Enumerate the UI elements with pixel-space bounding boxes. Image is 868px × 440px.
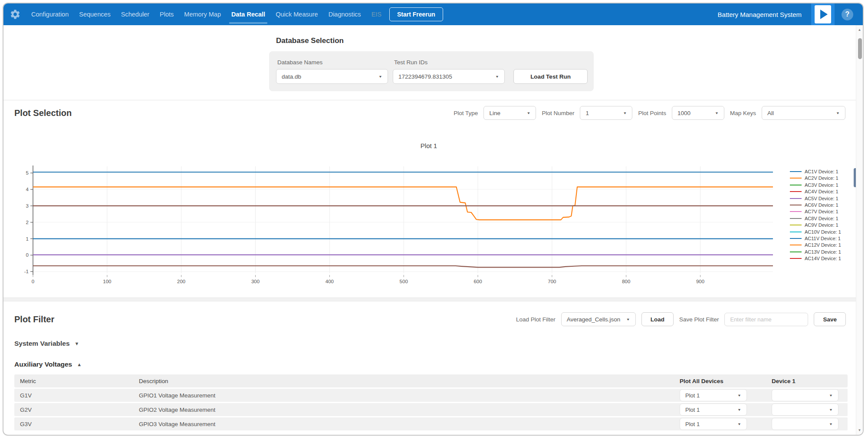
svg-text:4: 4 <box>26 187 29 192</box>
col-metric: Metric <box>14 378 139 384</box>
table-header-row: Metric Description Plot All Devices Devi… <box>14 374 848 387</box>
legend-swatch <box>790 225 802 225</box>
plot-points-label: Plot Points <box>638 110 666 116</box>
legend-item[interactable]: AC6V Device: 1 <box>790 202 841 208</box>
database-selection-title: Database Selection <box>276 36 863 45</box>
legend-item[interactable]: AC10V Device: 1 <box>790 229 841 235</box>
svg-text:200: 200 <box>177 279 185 284</box>
col-device-1: Device 1 <box>772 378 848 384</box>
load-plot-filter-dropdown[interactable]: Averaged_Cells.json ▼ <box>561 312 636 326</box>
nav-item-plots[interactable]: Plots <box>160 3 174 25</box>
chevron-down-icon: ▼ <box>623 111 627 115</box>
scroll-down-arrow[interactable]: ▼ <box>856 428 863 432</box>
save-filter-button[interactable]: Save <box>814 312 846 326</box>
app-window: ConfigurationSequencesSchedulerPlotsMemo… <box>3 3 864 436</box>
filter-name-input[interactable] <box>724 313 808 326</box>
svg-text:600: 600 <box>473 279 482 284</box>
nav-item-scheduler[interactable]: Scheduler <box>121 3 149 25</box>
plot-points-dropdown[interactable]: 1000 ▼ <box>672 106 724 120</box>
legend-item[interactable]: AC5V Device: 1 <box>790 196 841 201</box>
legend-item[interactable]: AC7V Device: 1 <box>790 209 841 214</box>
legend-item[interactable]: AC1V Device: 1 <box>790 169 841 174</box>
legend-swatch <box>790 238 802 239</box>
plot-all-devices-dropdown[interactable]: Plot 1▼ <box>680 418 747 430</box>
legend-item[interactable]: AC8V Device: 1 <box>790 216 841 221</box>
nav-items: ConfigurationSequencesSchedulerPlotsMemo… <box>31 3 381 25</box>
plot-all-devices-dropdown[interactable]: Plot 1▼ <box>680 389 747 401</box>
database-names-dropdown[interactable]: data.db ▼ <box>276 69 388 84</box>
legend-swatch <box>790 218 802 219</box>
plot-all-devices-cell: Plot 1▼ <box>680 389 772 401</box>
legend-label: AC1V Device: 1 <box>805 169 838 174</box>
legend-item[interactable]: AC11V Device: 1 <box>790 236 841 241</box>
chevron-down-icon: ▼ <box>378 75 382 79</box>
device-1-cell: ▼ <box>772 404 848 416</box>
scrollbar-thumb[interactable] <box>858 38 862 59</box>
legend-label: AC8V Device: 1 <box>805 216 838 221</box>
nav-item-memory-map[interactable]: Memory Map <box>184 3 221 25</box>
table-row: G2VGPIO2 Voltage MeasurementPlot 1▼▼ <box>14 403 848 416</box>
system-variables-toggle[interactable]: System Variables ▼ <box>14 340 846 347</box>
device-1-cell: ▼ <box>772 389 848 401</box>
legend-swatch <box>790 251 802 252</box>
svg-text:300: 300 <box>251 279 260 284</box>
svg-text:800: 800 <box>622 279 630 284</box>
legend-item[interactable]: AC14V Device: 1 <box>790 256 841 261</box>
description-cell: GPIO2 Voltage Measurement <box>139 407 680 413</box>
nav-item-quick-measure[interactable]: Quick Measure <box>276 3 318 25</box>
legend-label: AC6V Device: 1 <box>805 202 838 208</box>
start-freerun-button[interactable]: Start Freerun <box>389 7 443 21</box>
run-button[interactable] <box>811 3 835 25</box>
test-run-ids-dropdown[interactable]: 1722394679.831305 ▼ <box>393 69 505 84</box>
nav-item-data-recall[interactable]: Data Recall <box>231 3 265 25</box>
legend-swatch <box>790 258 802 259</box>
chevron-down-icon: ▼ <box>829 422 833 426</box>
metric-cell: G1V <box>14 392 139 399</box>
device-1-dropdown[interactable]: ▼ <box>772 418 838 430</box>
plot-all-devices-cell: Plot 1▼ <box>680 418 772 430</box>
load-test-run-button[interactable]: Load Test Run <box>513 69 588 84</box>
legend-swatch <box>790 245 802 245</box>
col-description: Description <box>139 378 680 384</box>
plot-filter-title: Plot Filter <box>14 314 54 324</box>
test-run-ids-label: Test Run IDs <box>394 59 505 66</box>
device-1-dropdown[interactable]: ▼ <box>772 389 838 401</box>
chevron-down-icon: ▼ <box>737 422 741 426</box>
line-chart[interactable]: 543210-10100200300400500600700800900 <box>3 155 854 287</box>
svg-text:1: 1 <box>26 236 29 242</box>
plot-all-devices-dropdown[interactable]: Plot 1▼ <box>680 404 747 416</box>
plot-type-dropdown[interactable]: Line ▼ <box>483 106 536 120</box>
legend-item[interactable]: AC13V Device: 1 <box>790 249 841 255</box>
svg-text:700: 700 <box>548 279 556 284</box>
svg-text:-1: -1 <box>24 269 29 274</box>
legend-item[interactable]: AC2V Device: 1 <box>790 175 841 181</box>
legend-item[interactable]: AC3V Device: 1 <box>790 182 841 188</box>
col-plot-all-devices: Plot All Devices <box>680 378 772 384</box>
gear-icon[interactable] <box>10 9 21 20</box>
chevron-down-icon: ▼ <box>737 394 741 397</box>
play-icon <box>815 5 831 23</box>
nav-item-configuration[interactable]: Configuration <box>31 3 69 25</box>
scroll-up-arrow[interactable]: ▲ <box>856 28 863 32</box>
legend-label: AC2V Device: 1 <box>805 175 838 181</box>
legend-item[interactable]: AC12V Device: 1 <box>790 242 841 248</box>
plot-number-dropdown[interactable]: 1 ▼ <box>580 106 632 120</box>
legend-item[interactable]: AC9V Device: 1 <box>790 222 841 228</box>
load-filter-button[interactable]: Load <box>641 312 674 326</box>
chevron-down-icon: ▼ <box>829 408 833 412</box>
nav-item-sequences[interactable]: Sequences <box>79 3 111 25</box>
metric-cell: G2V <box>14 407 139 413</box>
map-keys-dropdown[interactable]: All ▼ <box>762 106 845 120</box>
device-1-dropdown[interactable]: ▼ <box>772 404 838 416</box>
table-row: G1VGPIO1 Voltage MeasurementPlot 1▼▼ <box>14 389 848 402</box>
metric-cell: G3V <box>14 421 139 427</box>
auxiliary-voltages-toggle[interactable]: Auxiliary Voltages ▲ <box>14 361 846 368</box>
plot-selection-title: Plot Selection <box>14 108 72 118</box>
svg-text:400: 400 <box>326 279 334 284</box>
legend-swatch <box>790 171 802 172</box>
nav-item-eis: EIS <box>372 3 381 25</box>
help-icon[interactable]: ? <box>842 9 853 20</box>
legend-label: AC5V Device: 1 <box>805 196 838 201</box>
legend-item[interactable]: AC4V Device: 1 <box>790 189 841 194</box>
nav-item-diagnostics[interactable]: Diagnostics <box>329 3 361 25</box>
